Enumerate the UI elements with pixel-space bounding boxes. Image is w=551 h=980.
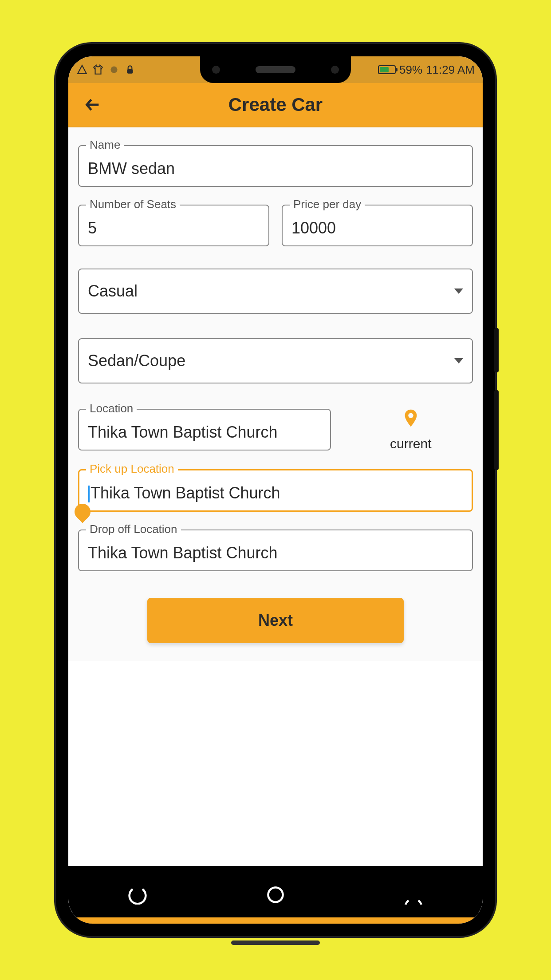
current-location-label: current (390, 436, 431, 451)
battery-icon (378, 65, 396, 74)
form-content: Name BMW sedan Number of Seats 5 Price p… (68, 127, 483, 661)
home-button[interactable] (266, 885, 285, 905)
price-field-wrap: Price per day 10000 (282, 205, 473, 246)
phone-frame: 59% 11:29 AM Create Car Name BMW sedan N… (56, 44, 495, 936)
next-button[interactable]: Next (147, 598, 404, 643)
chevron-down-icon (454, 358, 463, 364)
seats-field-wrap: Number of Seats 5 (78, 205, 269, 246)
name-field-wrap: Name BMW sedan (78, 145, 473, 187)
pickup-label: Pick up Location (86, 462, 178, 476)
phone-side-button (494, 390, 499, 470)
map-pin-icon (401, 408, 421, 428)
svg-point-0 (110, 66, 117, 73)
style-select-value: Casual (88, 282, 138, 300)
dropoff-field-wrap: Drop off Location Thika Town Baptist Chu… (78, 530, 473, 571)
pickup-field-wrap: Pick up Location Thika Town Baptist Chur… (78, 469, 473, 512)
price-label: Price per day (290, 198, 365, 211)
status-left (76, 64, 136, 75)
phone-notch (200, 56, 351, 83)
screen: 59% 11:29 AM Create Car Name BMW sedan N… (68, 56, 483, 924)
lock-icon (124, 64, 136, 75)
battery-percent: 59% (399, 63, 422, 77)
svg-point-2 (268, 888, 283, 902)
recent-apps-button[interactable] (128, 885, 147, 905)
name-label: Name (86, 138, 124, 152)
android-nav-bar (68, 866, 483, 924)
style-select[interactable]: Casual (78, 269, 473, 314)
shirt-icon (92, 64, 104, 75)
name-input[interactable]: BMW sedan (78, 145, 473, 187)
pickup-value: Thika Town Baptist Church (91, 484, 280, 502)
circle-icon (108, 64, 120, 75)
dropoff-label: Drop off Location (86, 522, 181, 536)
triangle-icon (76, 64, 88, 75)
phone-side-button (494, 328, 499, 372)
type-select[interactable]: Sedan/Coupe (78, 338, 473, 383)
row-seats-price: Number of Seats 5 Price per day 10000 (78, 205, 473, 246)
nav-accent (68, 917, 483, 924)
arrow-left-icon (84, 96, 102, 114)
use-current-location-button[interactable]: current (349, 408, 473, 451)
back-button[interactable] (82, 94, 104, 116)
seats-label: Number of Seats (86, 198, 180, 211)
back-nav-button[interactable] (404, 885, 423, 905)
home-indicator (231, 940, 320, 945)
location-field-wrap: Location Thika Town Baptist Church (78, 409, 331, 450)
location-row: Location Thika Town Baptist Church curre… (78, 408, 473, 451)
svg-rect-1 (127, 69, 133, 74)
page-title: Create Car (228, 94, 323, 115)
location-label: Location (86, 402, 137, 415)
type-select-value: Sedan/Coupe (88, 352, 185, 370)
chevron-down-icon (454, 288, 463, 294)
clock-time: 11:29 AM (426, 63, 475, 77)
text-cursor (88, 486, 90, 502)
app-bar: Create Car (68, 83, 483, 127)
status-right: 59% 11:29 AM (378, 63, 475, 77)
